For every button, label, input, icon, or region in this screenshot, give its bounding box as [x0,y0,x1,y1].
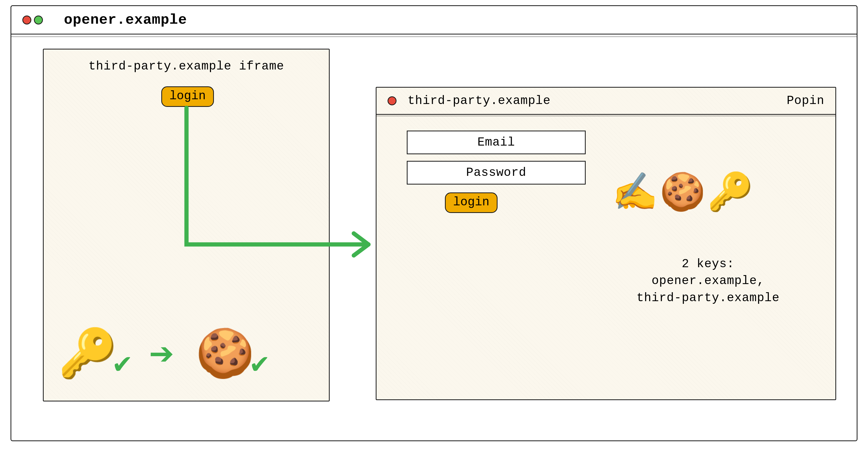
cookie-icon: 🍪 [195,325,255,384]
write-cookie-key-icons: ✍️ 🍪 🔑 [612,170,753,215]
window-close-dot[interactable] [22,16,31,25]
browser-body: third-party.example iframe login 🔑 ✔ ➔ 🍪… [11,37,857,440]
popin-body: Email Password login ✍️ 🍪 🔑 2 keys: open… [376,116,835,399]
popin-badge: Popin [787,94,824,108]
iframe-label: third-party.example iframe [44,50,329,73]
keys-heading: 2 keys: [595,255,821,272]
key-icon: 🔑 [707,170,753,215]
check-icon: ✔ [114,346,131,381]
window-maximize-dot[interactable] [34,16,43,25]
popin-close-dot[interactable] [388,96,397,105]
browser-window: opener.example third-party.example ifram… [10,5,858,441]
keys-line-2: third-party.example [595,290,821,306]
key-icon: 🔑 [58,325,117,384]
check-icon: ✔ [251,346,268,381]
email-field[interactable]: Email [407,130,586,154]
browser-title: opener.example [64,12,187,28]
keys-line-1: opener.example, [595,272,821,289]
browser-titlebar: opener.example [11,6,857,34]
popin-login-button[interactable]: login [445,192,498,213]
popin-titlebar: third-party.example Popin [376,88,835,115]
iframe-result-row: 🔑 ✔ ➔ 🍪 ✔ [58,325,276,384]
keys-description: 2 keys: opener.example, third-party.exam… [595,255,821,306]
iframe-login-button[interactable]: login [161,86,214,107]
popin-window: third-party.example Popin Email Password… [376,87,836,400]
popin-title: third-party.example [408,94,551,108]
iframe-panel: third-party.example iframe login 🔑 ✔ ➔ 🍪… [43,49,330,401]
arrow-right-icon: ➔ [149,329,174,380]
writing-hand-icon: ✍️ [612,170,658,215]
cookie-icon: 🍪 [660,170,706,215]
password-field[interactable]: Password [407,161,586,185]
